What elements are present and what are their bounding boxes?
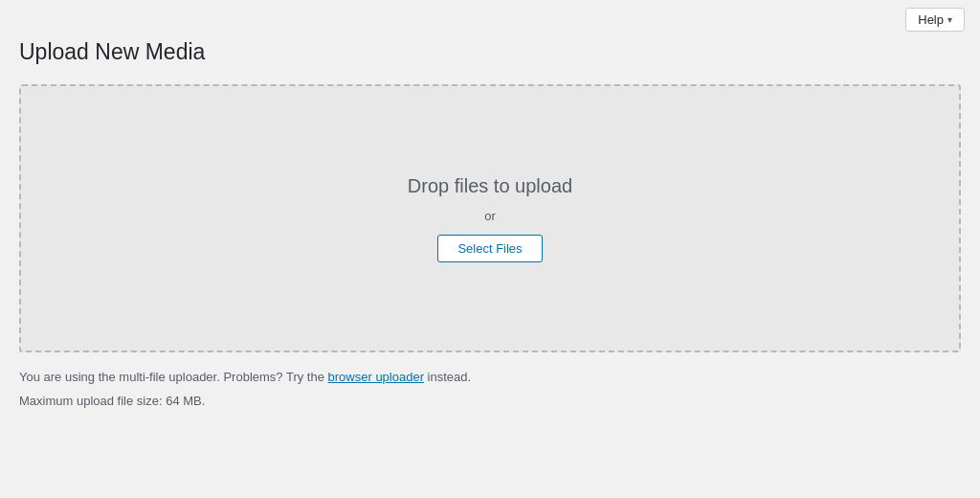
drop-zone[interactable]: Drop files to upload or Select Files: [19, 84, 961, 352]
help-button[interactable]: Help ▾: [905, 8, 965, 32]
max-size-text: Maximum upload file size: 64 MB.: [19, 394, 961, 408]
info-section: You are using the multi-file uploader. P…: [19, 368, 961, 408]
page-wrapper: Help ▾ Upload New Media Drop files to up…: [0, 0, 980, 498]
chevron-down-icon: ▾: [947, 14, 952, 25]
select-files-button[interactable]: Select Files: [437, 235, 542, 262]
drop-text: Drop files to upload: [408, 175, 572, 197]
uploader-info: You are using the multi-file uploader. P…: [19, 368, 961, 388]
top-bar: Help ▾: [0, 0, 980, 39]
info-suffix: instead.: [424, 370, 471, 384]
page-title: Upload New Media: [19, 39, 961, 65]
or-text: or: [484, 209, 496, 223]
browser-uploader-link[interactable]: browser uploader: [328, 370, 424, 384]
content-area: Upload New Media Drop files to upload or…: [0, 39, 980, 427]
help-label: Help: [918, 12, 944, 27]
info-prefix: You are using the multi-file uploader. P…: [19, 370, 328, 384]
